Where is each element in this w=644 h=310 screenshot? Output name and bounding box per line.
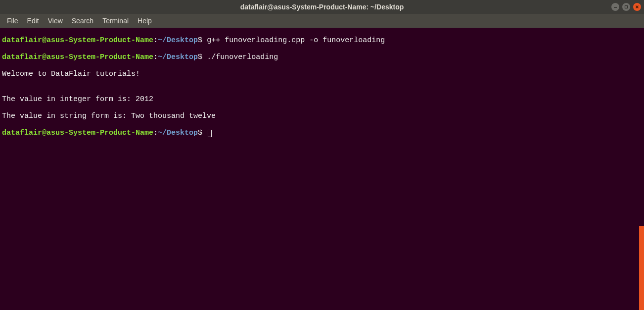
menubar: File Edit View Search Terminal Help — [0, 14, 644, 28]
prompt-path: /Desktop — [162, 53, 198, 61]
prompt-user-host: dataflair@asus-System-Product-Name — [2, 36, 153, 45]
prompt-tilde: ~ — [158, 36, 162, 45]
window-controls — [611, 3, 641, 11]
terminal-line: dataflair@asus-System-Product-Name:~/Des… — [2, 129, 642, 137]
prompt-path: /Desktop — [162, 129, 198, 137]
window-title: dataflair@asus-System-Product-Name: ~/De… — [240, 3, 404, 11]
menu-file[interactable]: File — [3, 15, 22, 27]
minimize-icon[interactable] — [611, 3, 619, 11]
menu-help[interactable]: Help — [134, 15, 156, 27]
close-icon[interactable] — [633, 3, 641, 11]
command-text: ./funoverloading — [202, 53, 278, 61]
prompt-dollar: $ — [198, 129, 202, 137]
prompt-user-host: dataflair@asus-System-Product-Name — [2, 53, 153, 61]
prompt-path: /Desktop — [162, 36, 198, 45]
menu-search[interactable]: Search — [68, 15, 97, 27]
menu-view[interactable]: View — [44, 15, 67, 27]
prompt-colon: : — [153, 36, 158, 45]
command-text — [202, 129, 207, 137]
cursor-icon — [208, 130, 212, 137]
window-titlebar: dataflair@asus-System-Product-Name: ~/De… — [0, 0, 644, 14]
command-text: g++ funoverloading.cpp -o funoverloading — [202, 36, 385, 45]
terminal-line: dataflair@asus-System-Product-Name:~/Des… — [2, 53, 642, 61]
prompt-colon: : — [153, 53, 158, 61]
menu-edit[interactable]: Edit — [23, 15, 43, 27]
terminal-line: dataflair@asus-System-Product-Name:~/Des… — [2, 36, 642, 45]
prompt-tilde: ~ — [158, 129, 162, 137]
prompt-dollar: $ — [198, 53, 202, 61]
scrollbar-thumb[interactable] — [639, 226, 644, 310]
prompt-dollar: $ — [198, 36, 202, 45]
prompt-user-host: dataflair@asus-System-Product-Name — [2, 129, 153, 137]
svg-rect-1 — [625, 6, 628, 8]
prompt-colon: : — [153, 129, 158, 137]
menu-terminal[interactable]: Terminal — [98, 15, 133, 27]
output-line: The value in string form is: Two thousan… — [2, 112, 642, 120]
terminal-area[interactable]: dataflair@asus-System-Product-Name:~/Des… — [0, 28, 644, 310]
output-line: Welcome to DataFlair tutorials! — [2, 70, 642, 78]
prompt-tilde: ~ — [158, 53, 162, 61]
output-line: The value in integer form is: 2012 — [2, 95, 642, 103]
maximize-icon[interactable] — [622, 3, 630, 11]
